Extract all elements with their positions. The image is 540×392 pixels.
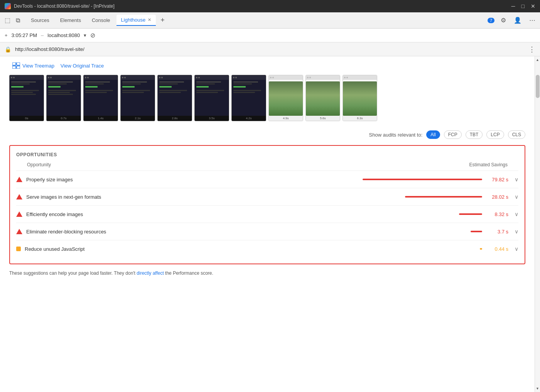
footer-text1: These suggestions can help your page loa… xyxy=(9,270,137,276)
frame-timestamp: 1.4s xyxy=(84,116,118,121)
audit-name: Properly size images xyxy=(26,177,359,182)
expand-icon[interactable]: ∨ xyxy=(515,228,518,235)
filmstrip-frame-light: 6.3s xyxy=(343,75,377,121)
scroll-thumb[interactable] xyxy=(536,75,540,98)
tab-console-label: Console xyxy=(92,17,110,23)
minimize-button[interactable]: ─ xyxy=(511,3,515,9)
filmstrip-frame: 2.1s xyxy=(120,75,155,121)
inspect-icon[interactable]: ⬚ xyxy=(3,15,12,25)
audit-bar xyxy=(459,213,482,215)
audit-savings: 79.82 s xyxy=(485,177,508,182)
url-bar: 🔒 http://localhost:8080/travel-site/ ⋮ xyxy=(0,42,540,56)
devtools-icon xyxy=(5,3,11,9)
opportunities-section: OPPORTUNITIES Opportunity Estimated Savi… xyxy=(9,145,525,264)
frame-timestamp: 4.2s xyxy=(232,116,266,121)
column-savings: Estimated Savings xyxy=(469,162,508,167)
filmstrip-frame: 4.2s xyxy=(231,75,266,121)
audit-row: Eliminate render-blocking resources 3.7 … xyxy=(16,223,518,240)
warning-icon xyxy=(16,194,22,199)
new-tab-button[interactable]: + xyxy=(5,32,8,38)
stop-button[interactable]: ⊘ xyxy=(90,32,95,39)
security-icon: 🔒 xyxy=(5,46,11,52)
svg-rect-2 xyxy=(12,66,16,69)
audit-bar-area: 28.02 s xyxy=(405,194,508,200)
expand-icon[interactable]: ∨ xyxy=(515,194,518,200)
view-treemap-label: View Treemap xyxy=(22,63,54,69)
tab-sources[interactable]: Sources xyxy=(26,15,54,25)
tab-close-icon[interactable]: ✕ xyxy=(148,17,151,22)
audit-name: Efficiently encode images xyxy=(26,211,455,217)
frame-timestamp: 2.8s xyxy=(158,116,192,121)
audit-name: Serve images in next-gen formats xyxy=(26,194,401,200)
tab-bar: ⬚ ⧉ Sources Elements Console Lighthouse … xyxy=(0,12,540,29)
more-icon[interactable]: ⋯ xyxy=(528,15,537,25)
tab-add-button[interactable]: + xyxy=(157,15,168,26)
filmstrip-frame: 1.4s xyxy=(83,75,118,121)
column-opportunity: Opportunity xyxy=(27,162,51,167)
expand-icon[interactable]: ∨ xyxy=(515,211,518,217)
footer-text2: the Performance score. xyxy=(164,270,213,276)
toolbar-separator: – xyxy=(41,32,44,38)
tab-lighthouse[interactable]: Lighthouse ✕ xyxy=(116,15,156,26)
warning-orange-icon xyxy=(16,247,21,251)
tab-sources-label: Sources xyxy=(31,17,49,23)
restore-button[interactable]: □ xyxy=(521,3,525,9)
expand-icon[interactable]: ∨ xyxy=(515,246,518,252)
table-header: Opportunity Estimated Savings xyxy=(16,162,518,171)
svg-rect-3 xyxy=(17,66,20,69)
view-trace-link[interactable]: View Original Trace xyxy=(61,63,104,69)
audit-bar xyxy=(480,248,482,250)
toolbar-time: 3:05:27 PM xyxy=(12,32,37,38)
view-links: View Treemap View Original Trace xyxy=(12,63,525,69)
frame-timestamp: 5.6s xyxy=(306,116,340,121)
frame-timestamp: 4.9s xyxy=(269,116,303,121)
content-area: View Treemap View Original Trace 0s xyxy=(0,56,535,392)
title-bar-title: DevTools - localhost:8080/travel-site/ -… xyxy=(14,3,115,9)
audit-savings: 28.02 s xyxy=(485,194,508,200)
filter-lcp-button[interactable]: LCP xyxy=(486,130,504,139)
filter-tbt-button[interactable]: TBT xyxy=(466,130,483,139)
expand-icon[interactable]: ∨ xyxy=(515,176,518,182)
title-bar: DevTools - localhost:8080/travel-site/ -… xyxy=(0,0,540,12)
audit-savings: 0.44 s xyxy=(485,246,508,252)
scroll-up-arrow[interactable]: ▲ xyxy=(536,56,539,63)
device-icon[interactable]: ⧉ xyxy=(14,15,22,25)
filmstrip-frame: 0s xyxy=(9,75,44,121)
url-text: http://localhost:8080/travel-site/ xyxy=(15,46,525,52)
tab-elements-label: Elements xyxy=(60,17,81,23)
footer-note: These suggestions can help your page loa… xyxy=(9,270,525,276)
svg-rect-0 xyxy=(12,63,16,65)
scroll-down-arrow[interactable]: ▼ xyxy=(536,385,539,392)
warning-icon xyxy=(16,177,22,182)
toolbar-row: + 3:05:27 PM – localhost:8080 ▾ ⊘ xyxy=(0,29,540,42)
footer-link[interactable]: directly affect xyxy=(137,270,164,276)
right-scrollbar: ▲ ▼ xyxy=(535,56,540,392)
filter-cls-button[interactable]: CLS xyxy=(508,130,525,139)
profile-icon[interactable]: 👤 xyxy=(512,15,523,25)
audit-bar xyxy=(363,179,482,180)
audit-filter: Show audits relevant to: All FCP TBT LCP… xyxy=(9,130,525,139)
audit-row: Properly size images 79.82 s ∨ xyxy=(16,171,518,188)
audit-name: Reduce unused JavaScript xyxy=(25,246,476,252)
treemap-icon xyxy=(12,63,20,69)
close-button[interactable]: ✕ xyxy=(531,3,535,9)
tab-console[interactable]: Console xyxy=(87,15,115,25)
audit-row: Serve images in next-gen formats 28.02 s… xyxy=(16,188,518,206)
audit-filter-label: Show audits relevant to: xyxy=(369,132,423,138)
notification-badge: 7 xyxy=(488,18,494,23)
audit-bar-area: 0.44 s xyxy=(480,246,508,252)
settings-icon[interactable]: ⚙ xyxy=(499,15,508,25)
audit-bar-area: 3.7 s xyxy=(471,229,508,235)
tab-elements[interactable]: Elements xyxy=(56,15,86,25)
frame-timestamp: 3.5s xyxy=(195,116,229,121)
warning-icon xyxy=(16,229,22,234)
more-options-icon[interactable]: ⋮ xyxy=(528,45,535,54)
audit-savings: 3.7 s xyxy=(485,229,508,235)
frame-timestamp: 0s xyxy=(10,116,44,121)
filter-fcp-button[interactable]: FCP xyxy=(444,130,462,139)
frame-timestamp: 6.3s xyxy=(343,116,377,121)
dropdown-icon[interactable]: ▾ xyxy=(84,32,86,38)
filter-all-button[interactable]: All xyxy=(426,130,440,139)
audit-bar xyxy=(405,196,482,198)
view-treemap-link[interactable]: View Treemap xyxy=(12,63,54,69)
